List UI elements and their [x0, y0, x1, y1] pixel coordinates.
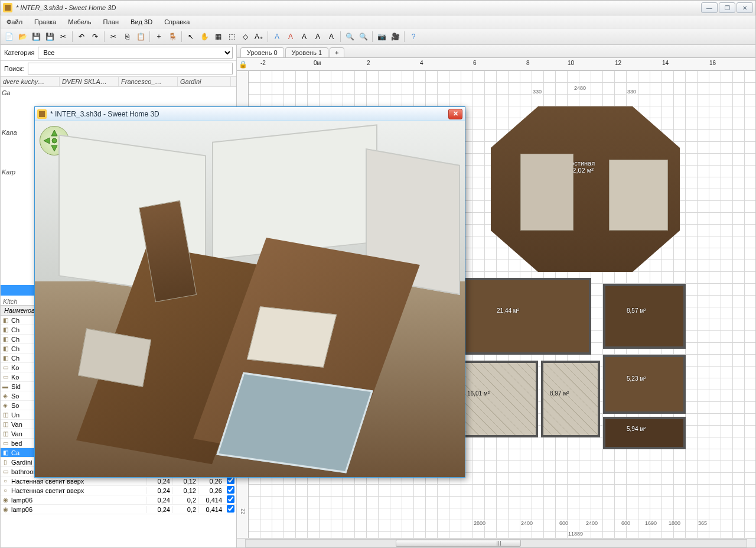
text-icon[interactable]: A: [298, 31, 310, 43]
catalog-col[interactable]: DVERI SKLA…: [60, 77, 119, 86]
zoomin-icon[interactable]: 🔍: [344, 31, 356, 43]
catalog-col[interactable]: dvere kuchy…: [1, 77, 60, 86]
help-icon[interactable]: ?: [408, 31, 419, 43]
menu-plan[interactable]: План: [97, 15, 125, 28]
furniture-sofa-group[interactable]: [609, 160, 668, 231]
3d-wall: [212, 124, 377, 260]
row-val-b: 0,12: [172, 487, 198, 494]
table-row[interactable]: ○Настенная светит вверх0,240,120,26: [1, 486, 236, 495]
dimension-icon[interactable]: A₊: [253, 31, 265, 43]
row-val-a: 0,24: [146, 506, 172, 513]
row-visible-checkbox[interactable]: [224, 505, 236, 514]
lock-icon[interactable]: 🔒: [237, 60, 249, 69]
menu-furniture[interactable]: Мебель: [62, 15, 97, 28]
row-icon: ▭: [1, 364, 10, 371]
maximize-button[interactable]: ❐: [719, 2, 735, 13]
zoomout-icon[interactable]: 🔍: [357, 31, 369, 43]
open-icon[interactable]: 📂: [17, 31, 28, 43]
tab-add[interactable]: +: [330, 47, 344, 57]
row-icon: ○: [1, 487, 10, 494]
ruler-tick: 0м: [314, 60, 321, 66]
text2-icon[interactable]: A: [312, 31, 324, 43]
text-red-icon[interactable]: A: [285, 31, 296, 43]
new-icon[interactable]: 📄: [3, 31, 15, 43]
video-icon[interactable]: 🎥: [389, 31, 401, 43]
horizontal-scrollbar[interactable]: III: [237, 538, 755, 547]
undo-icon[interactable]: ↶: [76, 31, 87, 43]
row-icon: ◫: [1, 421, 10, 427]
row-icon: ◧: [1, 326, 10, 333]
row-icon: ▭: [1, 374, 10, 380]
search-input[interactable]: [28, 63, 233, 74]
menu-file[interactable]: Файл: [1, 15, 28, 28]
pan-icon[interactable]: ✋: [198, 31, 210, 43]
row-visible-checkbox[interactable]: [224, 486, 236, 495]
row-visible-checkbox[interactable]: [224, 495, 236, 504]
table-row[interactable]: ○Настенная светит вверх0,240,120,26: [1, 476, 236, 486]
catalog-col[interactable]: Gardini: [178, 77, 231, 86]
row-icon: ◉: [1, 506, 10, 513]
minimize-button[interactable]: —: [701, 2, 718, 13]
import-icon[interactable]: 🪑: [167, 31, 178, 43]
catalog-row-label: Ga: [2, 89, 17, 96]
prefs-icon[interactable]: ✂: [57, 31, 69, 43]
row-icon: ◧: [1, 345, 10, 352]
wall-icon[interactable]: ▦: [212, 31, 224, 43]
room[interactable]: [603, 355, 686, 414]
room[interactable]: [461, 278, 591, 355]
catalog-header: dvere kuchy… DVERI SKLA… Francesco_… Gar…: [1, 77, 236, 87]
3d-view-window[interactable]: * INTER_3.sh3d - Sweet Home 3D ✕: [34, 106, 465, 478]
category-label: Категория: [4, 49, 34, 56]
redo-icon[interactable]: ↷: [89, 31, 101, 43]
3d-close-button[interactable]: ✕: [448, 109, 462, 119]
search-label: Поиск:: [4, 65, 24, 72]
room-area: 8,97 м²: [550, 390, 569, 397]
dimension: 2800: [473, 520, 486, 526]
room[interactable]: [541, 361, 600, 437]
dimension: 1800: [668, 520, 681, 526]
toolbar: 📄 📂 💾 💾 ✂ ↶ ↷ ✂ ⎘ 📋 ＋ 🪑 ↖ ✋ ▦ ⬚ ◇ A₊ A A…: [0, 28, 756, 45]
menu-3dview[interactable]: Вид 3D: [125, 15, 158, 28]
room-area: 5,23 м²: [627, 375, 646, 382]
ruler-tick: 10: [568, 60, 574, 66]
menu-edit[interactable]: Правка: [28, 15, 62, 28]
dimension: 2400: [585, 520, 598, 526]
select-icon[interactable]: ↖: [185, 31, 197, 43]
cut-icon[interactable]: ✂: [107, 31, 119, 43]
3d-window-title: * INTER_3.sh3d - Sweet Home 3D: [50, 110, 448, 118]
tab-level0[interactable]: Уровень 0: [240, 47, 284, 57]
table-row[interactable]: ◉lamp060,240,20,414: [1, 505, 236, 514]
save-icon[interactable]: 💾: [30, 31, 42, 43]
separator: [268, 31, 268, 42]
polyline-icon[interactable]: ◇: [239, 31, 251, 43]
room[interactable]: [458, 361, 538, 437]
tab-level1[interactable]: Уровень 1: [285, 47, 329, 57]
menu-help[interactable]: Справка: [158, 15, 195, 28]
saveas-icon[interactable]: 💾: [44, 31, 56, 43]
paste-icon[interactable]: 📋: [135, 31, 146, 43]
text-blue-icon[interactable]: A: [271, 31, 283, 43]
table-row[interactable]: ◉lamp060,240,20,414: [1, 495, 236, 505]
dimension: 330: [532, 89, 542, 95]
row-icon: ◧: [1, 317, 10, 323]
close-button[interactable]: ✕: [737, 2, 753, 13]
photo-icon[interactable]: 📷: [376, 31, 387, 43]
room-icon[interactable]: ⬚: [226, 31, 237, 43]
furniture-rug[interactable]: [520, 154, 573, 231]
copy-icon[interactable]: ⎘: [121, 31, 133, 43]
room[interactable]: [603, 284, 686, 349]
room[interactable]: [603, 417, 686, 449]
dimension-total: 11889: [568, 531, 584, 537]
window-title: * INTER_3.sh3d - Sweet Home 3D: [16, 4, 700, 11]
category-select[interactable]: Все: [38, 47, 233, 59]
3d-viewport[interactable]: [35, 121, 465, 477]
add-furniture-icon[interactable]: ＋: [153, 31, 165, 43]
catalog-row-label: Kana: [2, 129, 17, 136]
catalog-col[interactable]: Francesco_…: [119, 77, 178, 86]
row-visible-checkbox[interactable]: [224, 476, 236, 485]
row-icon: ◧: [1, 449, 10, 456]
scrollbar-thumb[interactable]: [396, 540, 521, 547]
text3-icon[interactable]: A: [325, 31, 337, 43]
row-icon: ▭: [1, 440, 10, 446]
separator: [404, 31, 405, 42]
